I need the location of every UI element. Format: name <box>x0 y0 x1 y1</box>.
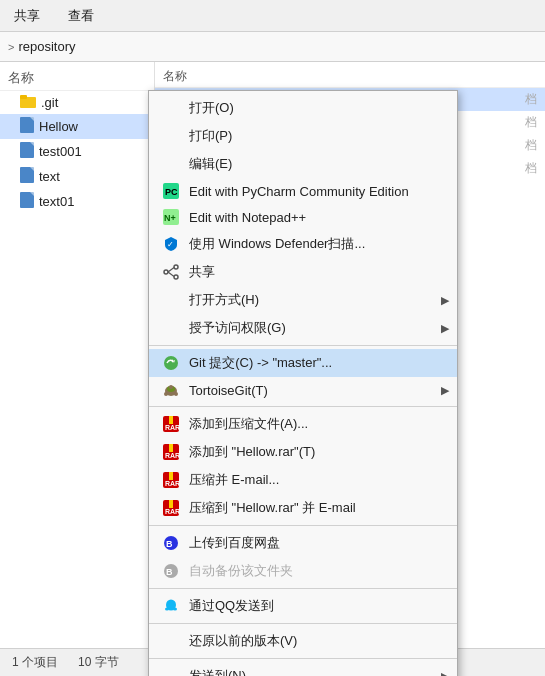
menu-label: Edit with Notepad++ <box>189 210 306 225</box>
pycharm-icon: PC <box>161 183 181 199</box>
svg-point-24 <box>174 275 178 279</box>
menu-label: 打开方式(H) <box>189 291 259 309</box>
item-label: test001 <box>39 144 82 159</box>
menu-icon-send-to <box>161 668 181 676</box>
menu-icon-open-with <box>161 292 181 308</box>
menu-label: 添加到 "Hellow.rar"(T) <box>189 443 315 461</box>
menu-label: 打开(O) <box>189 99 234 117</box>
address-path: repository <box>18 39 75 54</box>
menu-item-pycharm[interactable]: PC Edit with PyCharm Community Edition <box>149 178 457 204</box>
menu-label: 压缩并 E-mail... <box>189 471 279 489</box>
svg-point-34 <box>169 385 173 389</box>
item-label: .git <box>41 95 58 110</box>
file-icon <box>20 167 34 186</box>
menu-item-open-with[interactable]: 打开方式(H) ▶ <box>149 286 457 314</box>
menu-label: Git 提交(C) -> "master"... <box>189 354 332 372</box>
list-item[interactable]: .git <box>0 91 154 114</box>
menu-item-grant[interactable]: 授予访问权限(G) ▶ <box>149 314 457 342</box>
svg-text:RAR: RAR <box>165 424 179 431</box>
rar-icon: RAR <box>161 416 181 432</box>
file-icon <box>20 192 34 211</box>
file-icon <box>20 142 34 161</box>
svg-rect-39 <box>169 444 173 452</box>
rar-icon: RAR <box>161 472 181 488</box>
separator <box>149 525 457 526</box>
menu-label: 打印(P) <box>189 127 232 145</box>
menu-item-defender[interactable]: ✓ 使用 Windows Defender扫描... <box>149 230 457 258</box>
svg-text:N+: N+ <box>164 213 176 223</box>
folder-icon <box>20 94 36 111</box>
svg-point-28 <box>164 356 178 370</box>
menu-item-tortoise[interactable]: TortoiseGit(T) ▶ <box>149 377 457 403</box>
left-panel: 名称 .git Hellow <box>0 62 155 648</box>
menu-label: 共享 <box>189 263 215 281</box>
menu-item-git-commit[interactable]: Git 提交(C) -> "master"... <box>149 349 457 377</box>
address-chevron: > <box>8 41 14 53</box>
menu-label: 自动备份该文件夹 <box>189 562 293 580</box>
svg-point-33 <box>174 392 178 396</box>
item-label: Hellow <box>39 119 78 134</box>
item-label: text01 <box>39 194 74 209</box>
menu-item-add-zip[interactable]: RAR 添加到压缩文件(A)... <box>149 410 457 438</box>
separator <box>149 588 457 589</box>
menu-label: 上传到百度网盘 <box>189 534 280 552</box>
svg-text:B: B <box>166 567 173 577</box>
menu-item-restore[interactable]: 还原以前的版本(V) <box>149 627 457 655</box>
separator <box>149 623 457 624</box>
separator <box>149 345 457 346</box>
svg-text:RAR: RAR <box>165 480 179 487</box>
svg-rect-8 <box>20 192 34 208</box>
menu-item-qq[interactable]: 通过QQ发送到 <box>149 592 457 620</box>
separator <box>149 406 457 407</box>
status-size: 10 字节 <box>78 654 119 671</box>
menu-icon-grant <box>161 320 181 336</box>
row-type: 档 <box>525 114 537 131</box>
menu-item-baidu-backup: B 自动备份该文件夹 <box>149 557 457 585</box>
svg-point-32 <box>164 392 168 396</box>
menu-icon-open <box>161 100 181 116</box>
list-item[interactable]: text01 <box>0 189 154 214</box>
svg-rect-36 <box>169 416 173 424</box>
svg-text:PC: PC <box>165 187 178 197</box>
svg-point-25 <box>164 270 168 274</box>
menu-item-share[interactable]: 共享 <box>149 258 457 286</box>
menu-item-zip-email[interactable]: RAR 压缩并 E-mail... <box>149 466 457 494</box>
svg-rect-45 <box>169 500 173 508</box>
rar-icon: RAR <box>161 444 181 460</box>
address-bar: > repository <box>0 32 545 62</box>
svg-text:RAR: RAR <box>165 508 179 515</box>
item-label: text <box>39 169 60 184</box>
menu-label: 压缩到 "Hellow.rar" 并 E-mail <box>189 499 356 517</box>
menu-item-baidu-upload[interactable]: B 上传到百度网盘 <box>149 529 457 557</box>
submenu-arrow: ▶ <box>441 670 449 677</box>
svg-rect-42 <box>169 472 173 480</box>
menu-item-print[interactable]: 打印(P) <box>149 122 457 150</box>
menu-item-open[interactable]: 打开(O) <box>149 94 457 122</box>
menu-item-edit[interactable]: 编辑(E) <box>149 150 457 178</box>
tortoise-git-icon <box>161 382 181 398</box>
menu-label: 使用 Windows Defender扫描... <box>189 235 365 253</box>
menu-label: 授予访问权限(G) <box>189 319 286 337</box>
menu-item-add-rar[interactable]: RAR 添加到 "Hellow.rar"(T) <box>149 438 457 466</box>
row-type: 档 <box>525 91 537 108</box>
row-type: 档 <box>525 160 537 177</box>
menu-label: 通过QQ发送到 <box>189 597 274 615</box>
separator <box>149 658 457 659</box>
git-commit-icon <box>161 355 181 371</box>
menu-label: 还原以前的版本(V) <box>189 632 297 650</box>
svg-rect-6 <box>20 167 34 183</box>
submenu-arrow: ▶ <box>441 322 449 335</box>
svg-line-27 <box>168 272 174 277</box>
list-item[interactable]: Hellow <box>0 114 154 139</box>
toolbar-share[interactable]: 共享 <box>10 5 44 27</box>
menu-item-rar-email[interactable]: RAR 压缩到 "Hellow.rar" 并 E-mail <box>149 494 457 522</box>
notepad-icon: N+ <box>161 209 181 225</box>
menu-item-notepad[interactable]: N+ Edit with Notepad++ <box>149 204 457 230</box>
toolbar-view[interactable]: 查看 <box>64 5 98 27</box>
list-item[interactable]: test001 <box>0 139 154 164</box>
menu-item-send-to[interactable]: 发送到(N) ▶ <box>149 662 457 676</box>
menu-label: 添加到压缩文件(A)... <box>189 415 308 433</box>
svg-point-52 <box>165 608 169 611</box>
menu-label: Edit with PyCharm Community Edition <box>189 184 409 199</box>
list-item[interactable]: text <box>0 164 154 189</box>
